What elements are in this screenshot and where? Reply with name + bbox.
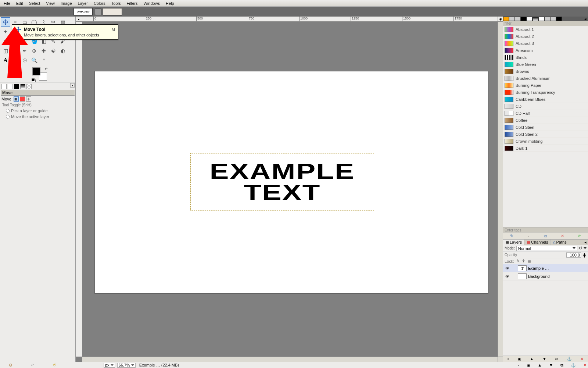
opacity-input[interactable]: 100.0	[566, 252, 581, 258]
lock-position-icon[interactable]: ✛	[522, 259, 525, 263]
canvas-viewport[interactable]: EXAMPLETEXT	[82, 22, 498, 357]
unit-select[interactable]: px	[104, 363, 115, 368]
scrollbar-vertical[interactable]	[498, 22, 503, 357]
wilber-icon[interactable]: ⚙	[9, 363, 12, 368]
swap-colors-icon[interactable]: ⇄	[45, 67, 48, 70]
status-icon-7[interactable]: ✕	[583, 363, 587, 368]
reset-colors-icon[interactable]	[32, 78, 35, 81]
dock-tab-3[interactable]	[515, 17, 521, 21]
dock-tab-2[interactable]	[509, 17, 515, 21]
measure-tool[interactable]: ⟟	[39, 56, 49, 65]
ruler-vertical[interactable]	[76, 22, 82, 357]
menu-file[interactable]: File	[1, 0, 12, 6]
clone-tool[interactable]: ⊕	[29, 46, 39, 56]
brush-preset-3[interactable]	[14, 84, 19, 89]
new-layer-icon[interactable]: ▫	[508, 357, 509, 361]
duplicate-gradient-icon[interactable]: ⧉	[543, 234, 548, 239]
menu-windows[interactable]: Windows	[141, 0, 162, 6]
text-tool[interactable]: A	[1, 56, 10, 65]
dock-tab-9[interactable]	[550, 17, 556, 21]
gradient-filter-input[interactable]: filter	[503, 21, 588, 26]
duplicate-layer-icon[interactable]: ⧉	[555, 357, 558, 361]
new-gradient-icon[interactable]: ▫	[526, 234, 531, 239]
airbrush-tool[interactable]: ✈	[10, 46, 20, 56]
brush-preset-4[interactable]	[20, 84, 25, 89]
anchor-layer-icon[interactable]: ⚓	[567, 357, 572, 361]
image-thumb-1[interactable]: EXAMPLE TEXT	[74, 8, 93, 15]
blend-mode-select[interactable]: Normal	[516, 246, 577, 251]
text-layer-bounds[interactable]: EXAMPLETEXT	[190, 153, 374, 210]
menu-select[interactable]: Select	[27, 0, 43, 6]
gradient-item[interactable]: Blue Green	[503, 61, 588, 68]
tooloptions-menu-icon[interactable]: ◂	[70, 83, 75, 88]
status-icon-5[interactable]: ⧉	[560, 363, 563, 368]
color-picker-tool[interactable]: ⦾	[20, 56, 29, 65]
brush-preset-2[interactable]	[8, 84, 13, 89]
layer-visibility-icon[interactable]: 👁	[505, 274, 510, 279]
lower-layer-icon[interactable]: ▼	[542, 357, 546, 361]
gradient-item[interactable]: Burning Transparency	[503, 89, 588, 96]
brush-preset-1[interactable]	[1, 84, 7, 89]
radio-move-active[interactable]: Move the active layer	[1, 114, 75, 120]
scrollbar-horizontal[interactable]	[82, 357, 498, 362]
gradient-item[interactable]: CD Half	[503, 110, 588, 117]
gradient-item[interactable]: Browns	[503, 68, 588, 75]
gradient-item[interactable]: Abstract 3	[503, 40, 588, 47]
gradient-item[interactable]: Aneurism	[503, 47, 588, 54]
layers-config-icon[interactable]: ◂	[583, 240, 588, 245]
dock-tab-5[interactable]	[527, 17, 533, 21]
dock-tab-7[interactable]	[538, 17, 544, 21]
menu-image[interactable]: Image	[58, 0, 74, 6]
fuzzy-select-tool[interactable]: ✦	[1, 27, 10, 36]
dock-tab-4[interactable]	[521, 17, 527, 21]
zoom-select[interactable]: 66.7%	[117, 363, 136, 368]
move-target-path[interactable]: ✛	[26, 96, 31, 102]
smudge-tool[interactable]: ☯	[49, 46, 58, 56]
image-thumb-2[interactable]	[103, 8, 122, 15]
status-icon-4[interactable]: ▼	[549, 363, 553, 368]
zoom-tool[interactable]: 🔍	[29, 56, 39, 65]
gradient-item[interactable]: Coffee	[503, 117, 588, 124]
mode-reset-icon[interactable]: ↺	[579, 246, 582, 251]
gradient-item[interactable]: Crown molding	[503, 138, 588, 145]
gradient-item[interactable]: Brushed Aluminium	[503, 75, 588, 82]
tab-paths[interactable]: ⎌Paths	[551, 240, 569, 245]
path-tool[interactable]: ✑	[10, 56, 20, 65]
status-icon-6[interactable]: ⚓	[571, 363, 576, 368]
dock-config-icon[interactable]: ◂	[583, 17, 588, 21]
gradient-item[interactable]: Abstract 1	[503, 26, 588, 33]
layer-visibility-icon[interactable]: 👁	[505, 266, 510, 271]
move-tool[interactable]	[1, 17, 10, 27]
delete-layer-icon[interactable]: ✕	[580, 357, 584, 361]
dodge-tool[interactable]: ◐	[58, 46, 68, 56]
menu-layer[interactable]: Layer	[76, 0, 90, 6]
brush-preset-5[interactable]	[26, 84, 32, 89]
thumb-close-1[interactable]	[95, 8, 101, 15]
dock-tab-1[interactable]	[503, 17, 509, 21]
status-icon-1[interactable]: ▫	[518, 363, 519, 368]
move-target-selection[interactable]	[20, 96, 25, 102]
layer-row[interactable]: 👁Background	[503, 272, 588, 280]
gradient-item[interactable]: Abstract 2	[503, 33, 588, 40]
quick-nav-icon[interactable]: ◈	[498, 17, 503, 22]
menu-view[interactable]: View	[44, 0, 57, 6]
undo-history-icon[interactable]: ↶	[31, 363, 34, 368]
gradient-item[interactable]: Burning Paper	[503, 82, 588, 89]
reset-tool-icon[interactable]: ↺	[53, 363, 56, 368]
status-icon-3[interactable]: ▲	[538, 363, 542, 368]
gradient-item[interactable]: Cold Steel	[503, 124, 588, 131]
radio-pick-layer[interactable]: Pick a layer or guide	[1, 108, 75, 114]
canvas[interactable]: EXAMPLETEXT	[95, 71, 488, 293]
menu-filters[interactable]: Filters	[125, 0, 140, 6]
gradient-item[interactable]: Dark 1	[503, 145, 588, 152]
heal-tool[interactable]: ✚	[39, 46, 49, 56]
ruler-origin[interactable]: ▸	[76, 17, 82, 22]
status-icon-2[interactable]: ▣	[527, 363, 530, 368]
menu-edit[interactable]: Edit	[14, 0, 25, 6]
move-target-layer[interactable]: ▦	[14, 96, 19, 102]
mode-menu-icon[interactable]	[584, 247, 587, 249]
tab-channels[interactable]: ▦Channels	[524, 240, 551, 245]
menu-help[interactable]: Help	[164, 0, 176, 6]
dock-tab-10[interactable]	[556, 17, 562, 21]
menu-colors[interactable]: Colors	[92, 0, 108, 6]
